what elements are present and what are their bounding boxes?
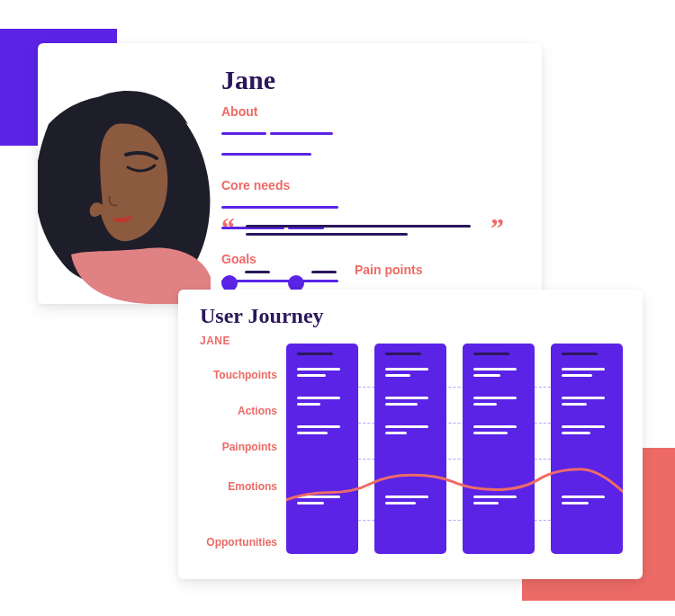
journey-stage-3 — [463, 344, 535, 554]
row-label-actions: Actions — [200, 405, 277, 417]
row-label-opportunities: Opportunities — [200, 536, 277, 549]
row-label-emotions: Emotions — [200, 480, 277, 493]
journey-stage-4 — [551, 344, 623, 554]
row-label-touchpoints: Touchpoints — [200, 369, 277, 381]
journey-stage-2 — [374, 344, 446, 554]
section-heading: Core needs — [221, 178, 365, 192]
quote-close-icon: ” — [490, 219, 504, 236]
persona-quote: “ ” — [221, 219, 527, 241]
journey-title: User Journey — [200, 304, 324, 328]
persona-card: Jane About Core needs Goals Motivation “ — [38, 43, 542, 304]
quote-open-icon: “ — [221, 219, 235, 236]
journey-card: User Journey JANE Touchpoints Actions Pa… — [178, 290, 643, 579]
section-heading: Pain points — [355, 263, 527, 277]
row-label-painpoints: Painpoints — [200, 441, 277, 453]
persona-name: Jane — [221, 65, 275, 95]
section-heading: About — [221, 104, 365, 119]
journey-stage-1 — [286, 344, 358, 554]
persona-avatar-illustration — [38, 70, 224, 304]
persona-section-about: About — [221, 104, 365, 165]
